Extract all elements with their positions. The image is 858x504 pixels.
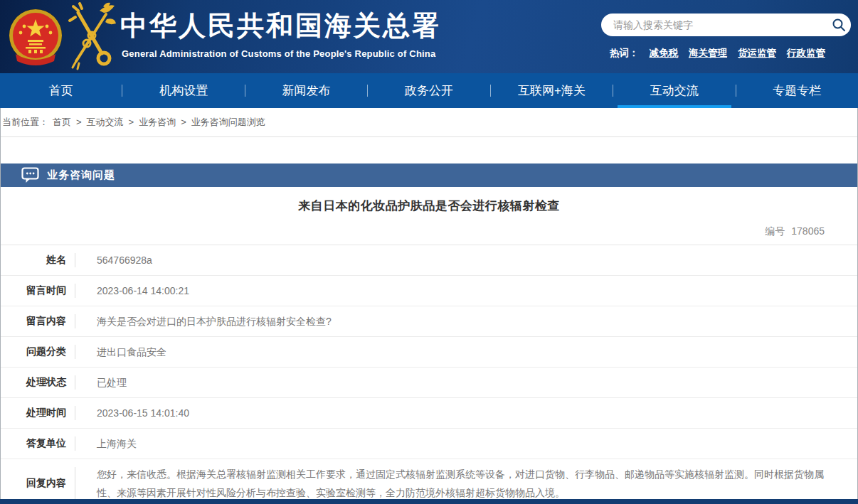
breadcrumb-link[interactable]: 首页 <box>53 117 71 127</box>
field-separator <box>75 436 75 451</box>
field-label: 处理时间 <box>1 407 66 419</box>
hotwords-label: 热词： <box>610 47 639 60</box>
field-value: 已处理 <box>97 368 158 397</box>
field-value: 上海海关 <box>97 429 168 459</box>
breadcrumb-separator: > <box>181 117 186 127</box>
field-label: 处理状态 <box>1 376 66 389</box>
hotword-link[interactable]: 行政监管 <box>787 47 825 60</box>
field-label: 留言内容 <box>1 315 66 328</box>
field-separator <box>75 467 75 500</box>
section-title: 业务咨询问题 <box>47 168 115 182</box>
search-icon <box>832 18 846 32</box>
search-input[interactable] <box>612 18 827 31</box>
customs-key-logo-icon <box>66 2 116 72</box>
field-separator <box>75 345 75 359</box>
spacer <box>1 137 857 163</box>
nav-item[interactable]: 新闻发布 <box>245 73 367 108</box>
field-value: 海关是否会对进口的日本护肤品进行核辐射安全检查? <box>97 306 363 336</box>
site-header: 中华人民共和国海关总署 General Administration of Cu… <box>0 0 858 73</box>
field-separator <box>75 314 75 328</box>
breadcrumb-label: 当前位置： <box>2 117 48 127</box>
question-number: 编号178065 <box>1 225 857 238</box>
chat-bubble-icon <box>21 167 39 183</box>
field-row: 处理状态已处理 <box>1 368 857 398</box>
hotwords: 热词：减免税海关管理货运监管行政监管 <box>610 47 825 60</box>
field-label: 姓名 <box>1 254 66 267</box>
nav-item[interactable]: 互联网+海关 <box>491 73 613 108</box>
field-value: 2023-06-14 14:00:21 <box>97 276 221 306</box>
breadcrumb-separator: > <box>76 117 82 127</box>
breadcrumb-link: 业务咨询问题浏览 <box>191 117 265 127</box>
field-row: 回复内容您好，来信收悉。根据海关总署核辐射监测相关工作要求，通过固定式核辐射监测… <box>1 459 857 504</box>
breadcrumb: 当前位置：首页>互动交流>业务咨询>业务咨询问题浏览 <box>1 108 857 137</box>
field-row: 问题分类进出口食品安全 <box>1 337 857 368</box>
field-row: 留言时间2023-06-14 14:00:21 <box>1 276 857 306</box>
main-content: 当前位置：首页>互动交流>业务咨询>业务咨询问题浏览 业务咨询问题 来自日本的化… <box>0 108 858 504</box>
field-separator <box>75 375 75 390</box>
question-number-label: 编号 <box>765 225 785 237</box>
field-value: 您好，来信收悉。根据海关总署核辐射监测相关工作要求，通过固定式核辐射监测系统等设… <box>97 459 857 504</box>
question-number-value: 178065 <box>791 225 825 237</box>
detail-table: 姓名564766928a留言时间2023-06-14 14:00:21留言内容海… <box>1 245 857 504</box>
bottom-border-strip <box>0 499 858 504</box>
field-row: 处理时间2023-06-15 14:01:40 <box>1 398 857 429</box>
question-title-block: 来自日本的化妆品护肤品是否会进行核辐射检查 编号178065 <box>1 187 857 245</box>
breadcrumb-link[interactable]: 互动交流 <box>87 117 124 127</box>
hotword-link[interactable]: 减免税 <box>650 47 679 60</box>
site-subtitle: General Administration of Customs of the… <box>122 48 435 59</box>
breadcrumb-separator: > <box>129 117 134 127</box>
page: 中华人民共和国海关总署 General Administration of Cu… <box>0 0 858 504</box>
hotword-link[interactable]: 货运监管 <box>738 47 776 60</box>
nav-item[interactable]: 政务公开 <box>368 73 489 108</box>
field-separator <box>75 406 75 420</box>
breadcrumb-link[interactable]: 业务咨询 <box>139 117 176 127</box>
hotword-link[interactable]: 海关管理 <box>689 47 727 60</box>
field-value: 564766928a <box>97 245 184 275</box>
section-bar: 业务咨询问题 <box>1 163 857 187</box>
field-value: 2023-06-15 14:01:40 <box>97 398 221 428</box>
search-box <box>601 14 851 36</box>
field-label: 回复内容 <box>1 477 66 490</box>
field-label: 答复单位 <box>1 437 66 450</box>
field-value: 进出口食品安全 <box>97 337 198 367</box>
national-emblem-icon <box>7 4 64 70</box>
field-separator <box>75 284 75 298</box>
nav-item[interactable]: 机构设置 <box>122 73 244 108</box>
field-label: 留言时间 <box>1 284 66 297</box>
field-separator <box>75 253 75 267</box>
field-row: 姓名564766928a <box>1 245 857 276</box>
main-nav: 首页机构设置新闻发布政务公开互联网+海关互动交流专题专栏 <box>0 73 858 108</box>
question-title: 来自日本的化妆品护肤品是否会进行核辐射检查 <box>1 198 857 214</box>
nav-item[interactable]: 专题专栏 <box>736 73 858 108</box>
field-label: 问题分类 <box>1 345 66 358</box>
site-title: 中华人民共和国海关总署 <box>120 8 441 44</box>
field-row: 留言内容海关是否会对进口的日本护肤品进行核辐射安全检查? <box>1 306 857 337</box>
field-row: 答复单位上海海关 <box>1 429 857 459</box>
nav-item[interactable]: 首页 <box>0 73 122 108</box>
nav-item[interactable]: 互动交流 <box>613 73 735 108</box>
search-button[interactable] <box>827 14 851 36</box>
